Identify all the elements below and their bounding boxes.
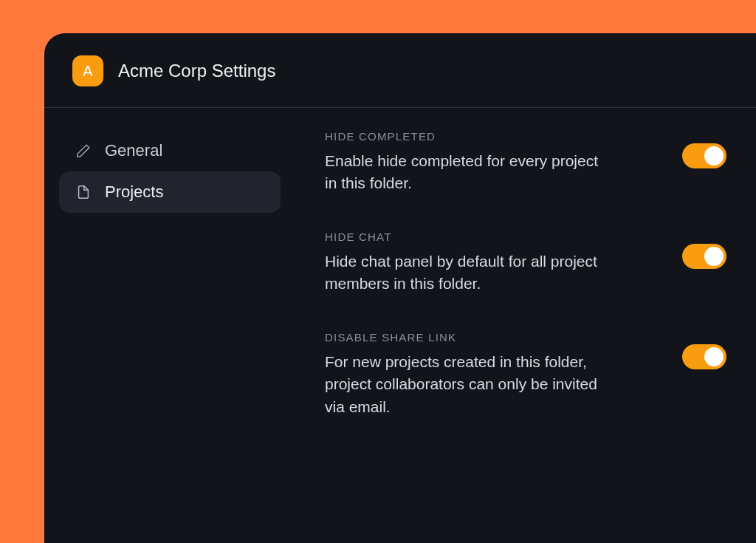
header: A Acme Corp Settings xyxy=(44,33,756,108)
toggle-knob xyxy=(704,146,724,165)
sidebar-item-label: General xyxy=(105,141,162,160)
setting-hide-chat: HIDE CHAT Hide chat panel by default for… xyxy=(325,230,726,296)
content: General Projects HIDE COMPLETED Enable h… xyxy=(44,108,756,454)
setting-title: HIDE CHAT xyxy=(325,230,605,243)
setting-text: DISABLE SHARE LINK For new projects crea… xyxy=(325,331,605,418)
setting-text: HIDE COMPLETED Enable hide completed for… xyxy=(325,130,605,195)
avatar-letter: A xyxy=(83,63,92,80)
sidebar-item-label: Projects xyxy=(105,182,163,202)
toggle-hide-completed[interactable] xyxy=(682,143,726,168)
setting-hide-completed: HIDE COMPLETED Enable hide completed for… xyxy=(325,130,726,195)
document-icon xyxy=(75,184,92,200)
setting-description: For new projects created in this folder,… xyxy=(325,351,605,418)
org-avatar: A xyxy=(72,55,103,86)
sidebar-item-general[interactable]: General xyxy=(59,130,281,171)
toggle-disable-share-link[interactable] xyxy=(682,344,726,369)
toggle-hide-chat[interactable] xyxy=(682,244,726,269)
setting-title: DISABLE SHARE LINK xyxy=(325,331,605,344)
setting-disable-share-link: DISABLE SHARE LINK For new projects crea… xyxy=(325,331,726,418)
pencil-icon xyxy=(75,143,92,159)
sidebar-item-projects[interactable]: Projects xyxy=(59,171,281,213)
toggle-knob xyxy=(704,247,724,266)
page-title: Acme Corp Settings xyxy=(118,61,275,81)
setting-title: HIDE COMPLETED xyxy=(325,130,605,143)
settings-list: HIDE COMPLETED Enable hide completed for… xyxy=(295,130,756,454)
settings-window: A Acme Corp Settings General Projects xyxy=(44,33,756,543)
setting-description: Enable hide completed for every project … xyxy=(325,150,605,195)
setting-text: HIDE CHAT Hide chat panel by default for… xyxy=(325,230,605,296)
toggle-knob xyxy=(704,347,724,366)
setting-description: Hide chat panel by default for all proje… xyxy=(325,250,605,296)
sidebar: General Projects xyxy=(44,130,295,454)
